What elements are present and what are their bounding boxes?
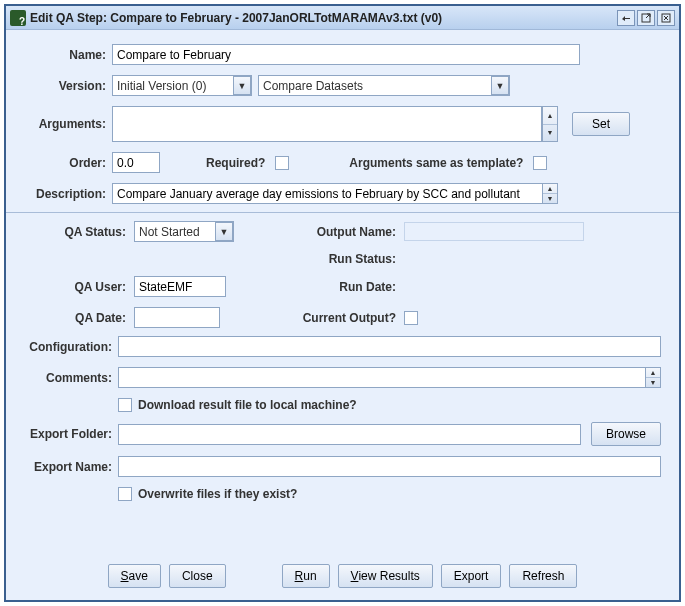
view-results-button[interactable]: View Results <box>338 564 433 588</box>
qa-status-text: Not Started <box>135 225 215 239</box>
current-output-checkbox[interactable] <box>404 311 418 325</box>
separator <box>6 212 679 213</box>
current-output-label: Current Output? <box>254 311 404 325</box>
close-icon[interactable] <box>657 10 675 26</box>
version-combo[interactable]: Initial Version (0) ▼ <box>112 75 252 96</box>
configuration-input[interactable] <box>118 336 661 357</box>
version-label: Version: <box>24 79 112 93</box>
arguments-label: Arguments: <box>24 117 112 131</box>
export-folder-input[interactable] <box>118 424 581 445</box>
order-label: Order: <box>24 156 112 170</box>
name-input[interactable] <box>112 44 580 65</box>
maximize-icon[interactable] <box>637 10 655 26</box>
qa-status-combo[interactable]: Not Started ▼ <box>134 221 234 242</box>
description-label: Description: <box>24 187 112 201</box>
export-name-input[interactable] <box>118 456 661 477</box>
export-folder-label: Export Folder: <box>24 427 118 441</box>
close-button[interactable]: Close <box>169 564 226 588</box>
required-checkbox[interactable] <box>275 156 289 170</box>
export-button[interactable]: Export <box>441 564 502 588</box>
args-same-label: Arguments same as template? <box>349 156 523 170</box>
chevron-down-icon[interactable]: ▼ <box>491 76 509 95</box>
minimize-icon[interactable] <box>617 10 635 26</box>
chevron-down-icon[interactable]: ▼ <box>233 76 251 95</box>
run-status-label: Run Status: <box>254 252 404 266</box>
app-icon <box>10 10 26 26</box>
configuration-label: Configuration: <box>24 340 118 354</box>
program-combo-text: Compare Datasets <box>259 79 491 93</box>
description-input[interactable] <box>112 183 542 204</box>
run-date-label: Run Date: <box>254 280 404 294</box>
download-result-checkbox[interactable] <box>118 398 132 412</box>
args-same-checkbox[interactable] <box>533 156 547 170</box>
name-label: Name: <box>24 48 112 62</box>
overwrite-checkbox[interactable] <box>118 487 132 501</box>
qa-date-input[interactable] <box>134 307 220 328</box>
arguments-textarea[interactable] <box>112 106 542 142</box>
export-name-label: Export Name: <box>24 460 118 474</box>
arguments-spinner[interactable]: ▲▼ <box>542 106 558 142</box>
browse-button[interactable]: Browse <box>591 422 661 446</box>
description-spinner[interactable]: ▲▼ <box>542 183 558 204</box>
comments-spinner[interactable]: ▲▼ <box>645 367 661 388</box>
output-name-field <box>404 222 584 241</box>
required-label: Required? <box>206 156 265 170</box>
comments-label: Comments: <box>24 371 118 385</box>
window-title: Edit QA Step: Compare to February - 2007… <box>30 11 617 25</box>
content-pane: Name: Version: Initial Version (0) ▼ Com… <box>6 30 679 600</box>
output-name-label: Output Name: <box>254 225 404 239</box>
qa-status-label: QA Status: <box>24 225 134 239</box>
window-controls <box>617 10 675 26</box>
edit-qa-step-window: Edit QA Step: Compare to February - 2007… <box>4 4 681 602</box>
order-input[interactable] <box>112 152 160 173</box>
button-bar: Save Close Run View Results Export Refre… <box>24 556 661 592</box>
titlebar: Edit QA Step: Compare to February - 2007… <box>6 6 679 30</box>
chevron-down-icon[interactable]: ▼ <box>215 222 233 241</box>
program-combo[interactable]: Compare Datasets ▼ <box>258 75 510 96</box>
overwrite-label: Overwrite files if they exist? <box>138 487 297 501</box>
set-button[interactable]: Set <box>572 112 630 136</box>
comments-input[interactable] <box>118 367 645 388</box>
download-result-label: Download result file to local machine? <box>138 398 357 412</box>
refresh-button[interactable]: Refresh <box>509 564 577 588</box>
qa-user-input[interactable] <box>134 276 226 297</box>
qa-user-label: QA User: <box>24 280 134 294</box>
save-button[interactable]: Save <box>108 564 161 588</box>
run-button[interactable]: Run <box>282 564 330 588</box>
version-combo-text: Initial Version (0) <box>113 79 233 93</box>
qa-date-label: QA Date: <box>24 311 134 325</box>
